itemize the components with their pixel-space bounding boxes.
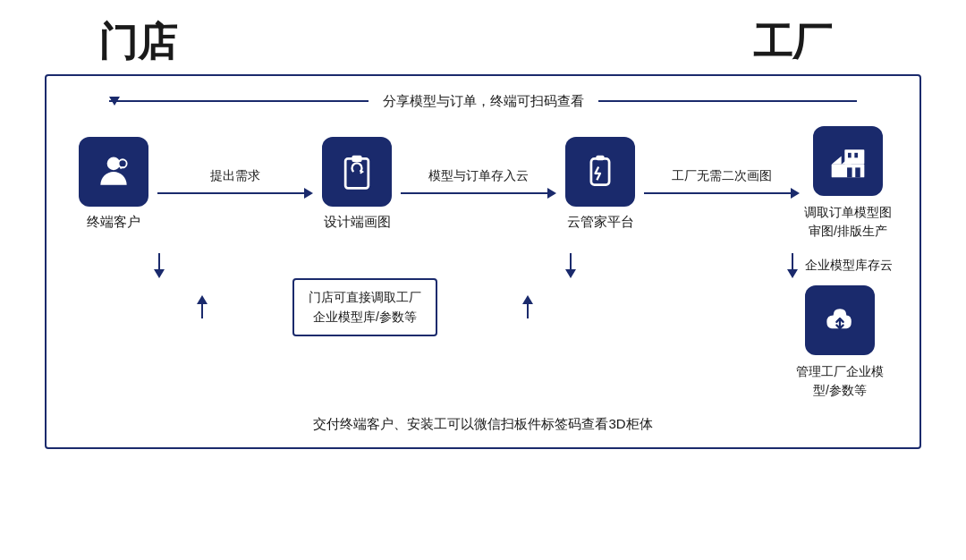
arrow2-label: 模型与订单存入云	[428, 168, 529, 184]
node1-label: 终端客户	[87, 214, 140, 231]
arrow1-label: 提出需求	[210, 168, 260, 184]
section-title-left: 门店	[98, 16, 177, 69]
cloud-icon	[565, 137, 635, 207]
svg-rect-11	[855, 167, 860, 177]
arrow3-section: 工厂无需二次画图	[640, 168, 803, 199]
person-icon	[79, 137, 148, 207]
mid-left-box: 门店可直接调取工厂 企业模型库/参数等	[292, 278, 437, 336]
arrow3-label: 工厂无需二次画图	[672, 168, 772, 184]
node-cloud: 云管家平台	[560, 137, 640, 231]
section-title-right: 工厂	[753, 16, 832, 69]
node5-label: 管理工厂企业模型/参数等	[796, 362, 884, 400]
arrow2-section: 模型与订单存入云	[397, 168, 560, 199]
node2-label: 设计端画图	[324, 214, 391, 231]
bottom-text: 交付终端客户、安装工可以微信扫板件标签码查看3D柜体	[313, 416, 652, 433]
svg-rect-4	[591, 158, 609, 184]
svg-rect-5	[596, 155, 604, 160]
svg-point-1	[119, 159, 127, 167]
svg-rect-12	[848, 153, 852, 158]
cloud2-icon	[805, 285, 875, 355]
svg-rect-10	[847, 167, 852, 177]
node-cloud2: 管理工厂企业模型/参数等	[796, 285, 884, 400]
node-terminal-customer: 终端客户	[73, 137, 154, 231]
svg-rect-9	[844, 149, 864, 165]
design-icon	[322, 137, 392, 207]
node-design: 设计端画图	[317, 137, 397, 231]
mid-right-label: 企业模型库存云	[805, 258, 893, 274]
arrow1-section: 提出需求	[154, 168, 317, 199]
node3-label: 云管家平台	[567, 214, 634, 231]
svg-rect-13	[854, 153, 858, 158]
svg-rect-3	[352, 155, 362, 161]
node-factory: 调取订单模型图审图/排版生产	[803, 126, 893, 241]
top-share-text: 分享模型与订单，终端可扫码查看	[369, 93, 598, 110]
node4-label: 调取订单模型图审图/排版生产	[804, 203, 892, 241]
svg-marker-7	[832, 157, 842, 165]
factory-icon	[813, 126, 883, 196]
